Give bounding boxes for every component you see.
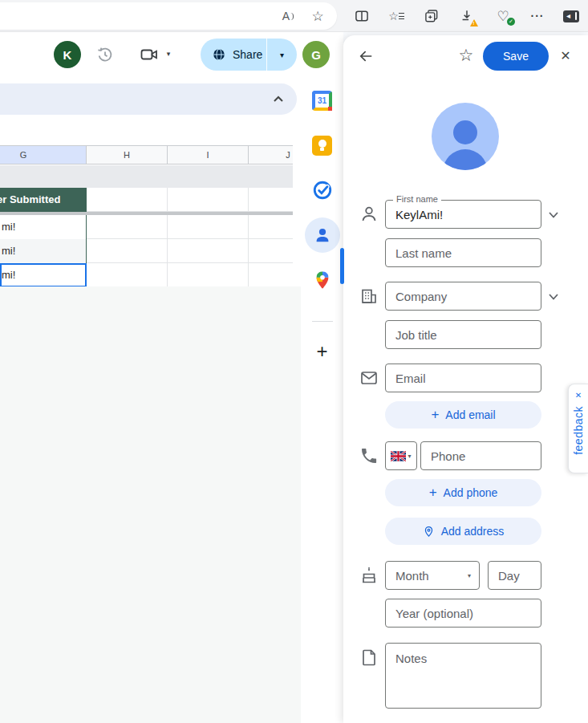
column-header-h[interactable]: H [87,145,168,165]
uk-flag-icon [391,451,406,461]
add-favorite-star-icon[interactable]: ☆ [308,6,327,26]
back-button[interactable] [356,47,375,66]
column-header-j[interactable]: J [249,145,293,165]
browser-toolbar: A ☆ ☆ ♡ ✓ ··· ◂ [0,0,588,32]
expand-company-chevron-icon[interactable] [548,293,559,301]
plus-icon: + [431,407,439,423]
contacts-icon [312,225,333,246]
birthday-year-input[interactable] [385,599,541,628]
selected-cell[interactable]: mi! [0,263,87,287]
data-row-2: mi! [0,239,293,263]
cell[interactable] [87,188,168,212]
birthday-month-select[interactable]: Month ▾ [385,561,480,590]
data-row-1: mi! [0,215,293,239]
cell-g[interactable]: mi! [0,239,87,263]
cell[interactable] [249,188,293,212]
add-phone-label: Add phone [444,486,498,499]
cell[interactable] [168,215,249,239]
cell[interactable] [168,239,249,263]
avatar-head [453,120,477,144]
download-warning-badge [470,19,478,26]
save-button[interactable]: Save [483,42,549,71]
column-header-g[interactable]: G [0,145,87,165]
cell[interactable] [249,215,293,239]
sidebar-item-maps[interactable] [305,262,340,298]
strip-divider [312,321,333,322]
avatar-body [443,149,488,170]
data-row-3: mi! [0,263,293,287]
sidebar-item-calendar[interactable]: 31 [305,83,340,118]
sidebar-toggle-icon[interactable]: ◂ [562,6,581,26]
add-email-button[interactable]: + Add email [385,401,541,429]
birthday-year-field-wrap [385,599,541,628]
job-title-field-wrap [385,320,541,349]
first-name-label: First name [393,193,441,205]
sheet-empty-area [0,286,301,723]
column-header-i[interactable]: I [168,145,249,165]
company-input[interactable] [385,282,541,311]
phone-field-wrap [420,441,541,470]
cell[interactable] [168,188,249,212]
cell[interactable] [168,263,249,287]
sidebar-item-keep[interactable] [305,128,340,163]
sidebar-item-contacts[interactable] [305,217,340,253]
cell[interactable] [87,263,168,287]
star-contact-button[interactable]: ☆ [456,46,476,65]
browser-essentials-icon[interactable]: ♡ ✓ [493,6,513,26]
notes-icon [359,648,379,667]
feedback-close-icon[interactable]: ✕ [575,391,582,400]
cell[interactable] [87,215,168,239]
add-address-button[interactable]: Add address [385,518,541,545]
person-icon [359,205,379,224]
favorites-icon[interactable]: ☆ [387,6,406,26]
phone-input[interactable] [420,441,541,470]
notes-textarea[interactable] [385,643,541,709]
add-phone-button[interactable]: + Add phone [385,479,541,506]
version-history-icon[interactable] [93,43,116,66]
job-title-input[interactable] [385,320,541,349]
split-screen-icon[interactable] [352,6,371,26]
expand-name-chevron-icon[interactable] [548,211,559,219]
downloads-icon[interactable] [457,6,476,26]
gray-row[interactable] [0,165,293,188]
cell[interactable] [249,263,293,287]
birthday-day-input[interactable] [488,561,541,590]
banded-header-row[interactable]: er Submitted [0,188,293,212]
birthday-day-field-wrap [488,561,541,590]
location-pin-icon [423,526,435,538]
company-field-wrap [385,282,541,311]
share-button[interactable]: Share ▾ [201,39,297,71]
cell-g[interactable]: mi! [0,215,87,239]
plus-icon: + [316,340,327,363]
collaborator-avatar[interactable]: K [54,41,81,68]
email-input[interactable] [385,364,541,392]
share-label: Share [233,48,262,61]
collections-icon[interactable] [422,6,441,26]
sheets-page: K ▾ Share ▾ G G H I J [0,32,343,723]
banded-header-cell[interactable]: er Submitted [0,188,87,212]
star-icon: ☆ [459,46,474,65]
contact-avatar[interactable] [432,103,499,170]
collapsed-toolbar [0,83,297,115]
last-name-input[interactable] [385,238,541,267]
close-icon: ✕ [560,48,570,63]
sidebar-item-tasks[interactable] [305,173,340,208]
cell[interactable] [249,239,293,263]
screen: A ☆ ☆ ♡ ✓ ··· ◂ K [0,0,588,723]
get-add-ons-button[interactable]: + [305,334,340,369]
add-address-label: Add address [441,525,505,538]
read-aloud-icon[interactable]: A [278,6,298,26]
month-caret-icon: ▾ [468,572,471,579]
camera-dropdown-caret-icon[interactable]: ▾ [163,48,174,59]
cell[interactable] [87,239,168,263]
keep-icon [312,136,332,156]
feedback-tab[interactable]: ✕ feedback [568,384,588,473]
phone-country-selector[interactable]: ▾ [385,441,417,470]
close-panel-button[interactable]: ✕ [556,46,575,65]
back-arrow-icon [358,48,374,64]
share-dropdown-caret-icon[interactable]: ▾ [267,51,297,59]
meet-camera-icon[interactable] [138,43,160,66]
expand-toolbar-chevron-icon[interactable] [273,95,284,103]
settings-menu-icon[interactable]: ··· [528,6,547,26]
globe-icon [212,47,226,62]
